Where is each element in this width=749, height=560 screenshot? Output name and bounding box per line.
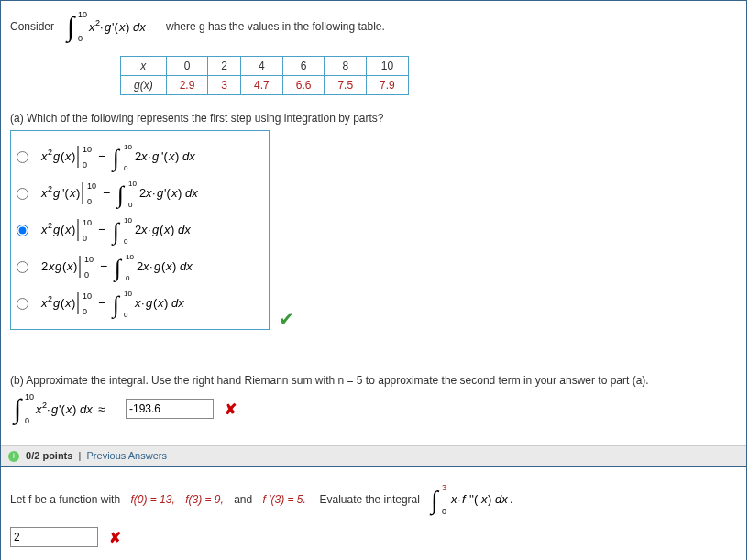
svg-text:0: 0 xyxy=(87,197,92,206)
svg-text:x: x xyxy=(140,149,148,163)
p2-f0: f(0) = 13, xyxy=(130,493,174,506)
svg-text:−: − xyxy=(103,185,110,200)
choice-row[interactable]: x 2 g ( x ) 10 0 − ∫ 10 0 x · xyxy=(17,287,237,320)
svg-text:f: f xyxy=(462,492,467,506)
svg-text:0: 0 xyxy=(124,164,128,172)
svg-text:·: · xyxy=(47,402,50,416)
svg-text:'(: '( xyxy=(59,402,65,416)
svg-text:x: x xyxy=(48,259,55,273)
svg-text:x: x xyxy=(165,259,172,273)
svg-text:x: x xyxy=(145,186,152,200)
p2-f3: f(3) = 9, xyxy=(185,493,224,506)
svg-text:x: x xyxy=(40,223,48,236)
choice-row[interactable]: x 2 g ( x ) 10 0 − ∫ 10 0 2 x xyxy=(17,140,237,173)
problem-2: Let f be a function with f(0) = 13, f(3)… xyxy=(1,466,746,560)
svg-text:): ) xyxy=(126,20,129,34)
svg-text:'(: '( xyxy=(62,186,69,200)
choice-radio-5[interactable] xyxy=(17,298,28,310)
svg-text:): ) xyxy=(488,492,491,506)
x-cell: 6 xyxy=(282,57,325,76)
svg-text:x: x xyxy=(140,223,148,236)
svg-text:≈: ≈ xyxy=(98,402,105,416)
choice-expr-2: x 2 g '( x ) 10 0 − ∫ 10 0 2 x xyxy=(39,177,237,210)
expand-icon[interactable]: + xyxy=(8,451,19,462)
svg-text:0: 0 xyxy=(83,234,87,243)
svg-text:dx: dx xyxy=(495,492,508,506)
svg-text:0: 0 xyxy=(83,307,87,316)
svg-text:x: x xyxy=(168,149,175,163)
choice-row[interactable]: x 2 g '( x ) 10 0 − ∫ 10 0 2 x xyxy=(17,177,237,210)
svg-text:g: g xyxy=(152,223,160,236)
p2-eval: Evaluate the integral xyxy=(320,493,420,506)
svg-text:10: 10 xyxy=(83,291,92,301)
svg-text:∫: ∫ xyxy=(111,145,121,172)
correct-check-icon: ✔ xyxy=(279,308,294,330)
svg-text:x: x xyxy=(157,296,164,310)
choice-row[interactable]: 2 x g ( x ) 10 0 − ∫ 10 0 2 x xyxy=(17,250,237,283)
svg-text:): ) xyxy=(76,186,80,200)
svg-text:0: 0 xyxy=(84,270,89,280)
svg-text:''(: ''( xyxy=(469,492,479,506)
svg-text:0: 0 xyxy=(25,416,29,425)
p2-answer-input[interactable] xyxy=(10,527,98,547)
choice-radio-2[interactable] xyxy=(17,188,28,200)
svg-text:): ) xyxy=(72,223,75,236)
svg-text:10: 10 xyxy=(84,255,94,264)
gx-header: g(x) xyxy=(121,76,167,95)
incorrect-cross-icon: ✘ xyxy=(109,529,121,546)
svg-text:x: x xyxy=(69,186,76,200)
svg-text:x: x xyxy=(450,492,457,506)
x-cell: 8 xyxy=(325,57,367,76)
svg-text:0: 0 xyxy=(78,34,83,43)
svg-text:dx: dx xyxy=(133,20,146,34)
g-cell: 7.5 xyxy=(325,76,367,95)
svg-text:2: 2 xyxy=(48,221,52,230)
svg-text:−: − xyxy=(98,222,105,236)
svg-text:x: x xyxy=(118,20,126,34)
svg-text:·: · xyxy=(141,296,145,310)
svg-text:x: x xyxy=(40,296,48,310)
svg-text:g: g xyxy=(53,186,61,200)
svg-text:x: x xyxy=(35,402,42,416)
svg-text:0: 0 xyxy=(83,160,87,170)
choice-radio-1[interactable] xyxy=(17,151,28,163)
part-a-prompt: (a) Which of the following represents th… xyxy=(10,112,737,125)
svg-text:·: · xyxy=(100,20,104,34)
choice-radio-3[interactable] xyxy=(17,225,28,236)
svg-text:0: 0 xyxy=(124,237,128,246)
svg-text:dx: dx xyxy=(185,186,198,200)
svg-text:∫: ∫ xyxy=(113,255,123,282)
consider-label: Consider xyxy=(10,20,54,33)
svg-text:g: g xyxy=(157,186,164,200)
svg-text:0: 0 xyxy=(128,201,133,209)
svg-text:10: 10 xyxy=(124,290,132,298)
svg-text:10: 10 xyxy=(87,181,96,191)
svg-text:∫: ∫ xyxy=(111,218,121,246)
svg-text:dx: dx xyxy=(180,259,193,273)
svg-text:): ) xyxy=(172,259,176,273)
svg-text:x: x xyxy=(40,186,48,200)
g-table: x 0 2 4 6 8 10 g(x) 2.9 3 4.7 6.6 7.5 7.… xyxy=(120,56,409,95)
svg-text:x: x xyxy=(88,20,95,34)
choice-row[interactable]: x 2 g ( x ) 10 0 − ∫ 10 0 2 x xyxy=(17,214,237,247)
svg-text:·: · xyxy=(152,186,156,200)
choice-box: x 2 g ( x ) 10 0 − ∫ 10 0 2 x xyxy=(10,130,270,330)
svg-text:−: − xyxy=(98,295,105,310)
svg-text:x: x xyxy=(171,186,178,200)
intro-line: Consider ∫ 10 0 x 2 · g '( x ) dx where … xyxy=(10,8,737,45)
g-cell: 2.9 xyxy=(166,76,208,95)
svg-text:dx: dx xyxy=(178,223,191,236)
svg-text:3: 3 xyxy=(442,483,446,492)
previous-answers-link[interactable]: Previous Answers xyxy=(87,450,167,461)
svg-text:−: − xyxy=(100,258,107,273)
svg-text:): ) xyxy=(73,259,77,273)
part-b-answer-input[interactable] xyxy=(126,399,214,419)
svg-text:g: g xyxy=(152,149,160,163)
score-bar: + 0/2 points | Previous Answers xyxy=(1,445,746,466)
svg-text:∫: ∫ xyxy=(65,11,76,44)
svg-text:x: x xyxy=(480,492,488,506)
choice-expr-5: x 2 g ( x ) 10 0 − ∫ 10 0 x · xyxy=(39,287,232,320)
svg-text:x: x xyxy=(65,402,72,416)
svg-text:x: x xyxy=(142,259,149,273)
choice-radio-4[interactable] xyxy=(17,261,28,273)
